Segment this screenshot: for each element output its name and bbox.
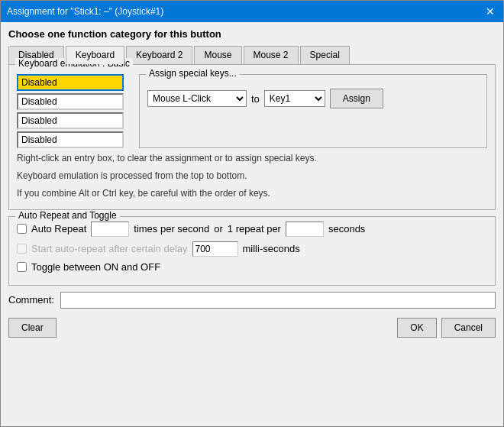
one-repeat-label: 1 repeat per: [228, 223, 281, 235]
seconds-input[interactable]: [286, 222, 324, 237]
keyboard-basic-content: Disabled Disabled Disabled Disabled Assi…: [17, 70, 487, 148]
bottom-right-buttons: OK Cancel: [397, 318, 496, 338]
comment-label: Comment:: [8, 294, 54, 306]
ms-input[interactable]: [192, 241, 238, 257]
tab-mouse[interactable]: Mouse: [194, 46, 241, 64]
key-list: Disabled Disabled Disabled Disabled: [17, 74, 124, 148]
ms-label: milli-seconds: [243, 243, 300, 254]
page-title: Choose one function category for this bu…: [8, 28, 496, 40]
key-entry-2[interactable]: Disabled: [17, 93, 124, 110]
tab-bar: Disabled Keyboard Keyboard 2 Mouse Mouse…: [8, 46, 496, 64]
start-delay-checkbox[interactable]: [17, 244, 27, 254]
cancel-button[interactable]: Cancel: [441, 318, 496, 338]
ok-button[interactable]: OK: [397, 318, 436, 338]
tab-keyboard[interactable]: Keyboard: [66, 46, 124, 64]
auto-repeat-row: Auto Repeat times per second or 1 repeat…: [17, 222, 487, 237]
special-keys-box: Assign special keys... Mouse L-Click Mou…: [139, 74, 487, 148]
main-window: Assignment for "Stick1: –" (Joystick#1) …: [0, 0, 504, 427]
toggle-row: Toggle between ON and OFF: [17, 261, 487, 273]
start-delay-row: Start auto-repeat after certain delay mi…: [17, 241, 487, 257]
comment-input[interactable]: [60, 292, 496, 309]
times-per-second-label: times per second: [134, 223, 209, 235]
special-keys-row: Mouse L-Click Mouse R-Click Enter Escape…: [147, 81, 479, 108]
key-entry-3[interactable]: Disabled: [17, 112, 124, 129]
to-label: to: [251, 93, 260, 105]
tab-special[interactable]: Special: [300, 46, 350, 64]
key-entry-4[interactable]: Disabled: [17, 131, 124, 148]
toggle-label: Toggle between ON and OFF: [31, 261, 160, 273]
key-entry-1[interactable]: Disabled: [17, 74, 124, 91]
times-per-second-input[interactable]: [91, 222, 129, 237]
info-text-1: Right-click an entry box, to clear the a…: [17, 151, 487, 202]
special-keys-label: Assign special keys...: [146, 68, 240, 79]
bottom-bar: Clear OK Cancel: [8, 315, 496, 339]
seconds-label: seconds: [328, 223, 365, 235]
special-key-dropdown2[interactable]: Key1 Key2 Key3 Key4: [264, 90, 325, 107]
auto-repeat-checkbox[interactable]: [17, 224, 27, 234]
window-title: Assignment for "Stick1: –" (Joystick#1): [7, 6, 163, 17]
tab-mouse2[interactable]: Mouse 2: [244, 46, 299, 64]
or-label: or: [214, 223, 223, 235]
tab-keyboard2[interactable]: Keyboard 2: [126, 46, 192, 64]
title-bar: Assignment for "Stick1: –" (Joystick#1) …: [1, 1, 503, 22]
special-key-dropdown1[interactable]: Mouse L-Click Mouse R-Click Enter Escape…: [147, 90, 247, 107]
comment-row: Comment:: [8, 292, 496, 309]
auto-repeat-section: Auto Repeat and Toggle Auto Repeat times…: [8, 216, 496, 286]
window-content: Choose one function category for this bu…: [1, 22, 503, 426]
assign-button[interactable]: Assign: [330, 89, 383, 108]
clear-button[interactable]: Clear: [8, 318, 57, 338]
close-icon[interactable]: ✕: [483, 5, 497, 18]
auto-repeat-section-label: Auto Repeat and Toggle: [15, 210, 120, 221]
keyboard-basic-section: Keyboard emulation : Basic Disabled Disa…: [8, 64, 496, 210]
toggle-checkbox[interactable]: [17, 262, 27, 272]
start-delay-label: Start auto-repeat after certain delay: [31, 243, 188, 254]
auto-repeat-label-text: Auto Repeat: [31, 223, 86, 235]
